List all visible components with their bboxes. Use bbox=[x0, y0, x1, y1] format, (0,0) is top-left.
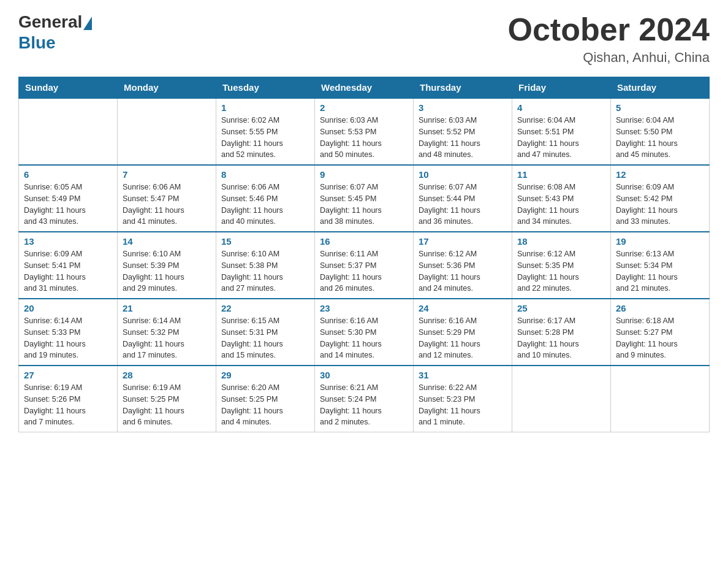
day-number: 16 bbox=[320, 236, 408, 247]
day-number: 8 bbox=[221, 169, 309, 180]
col-tuesday: Tuesday bbox=[216, 77, 315, 99]
calendar-cell: 1Sunrise: 6:02 AMSunset: 5:55 PMDaylight… bbox=[216, 98, 315, 165]
calendar-cell bbox=[118, 98, 216, 165]
col-sunday: Sunday bbox=[19, 77, 118, 99]
day-number: 3 bbox=[419, 102, 507, 113]
day-number: 22 bbox=[221, 303, 309, 313]
col-friday: Friday bbox=[512, 77, 611, 99]
day-number: 4 bbox=[517, 102, 605, 113]
day-info: Sunrise: 6:09 AMSunset: 5:42 PMDaylight:… bbox=[616, 182, 704, 228]
day-info: Sunrise: 6:10 AMSunset: 5:38 PMDaylight:… bbox=[221, 248, 309, 294]
calendar-cell: 7Sunrise: 6:06 AMSunset: 5:47 PMDaylight… bbox=[118, 165, 216, 232]
page-title: October 2024 bbox=[508, 12, 710, 47]
calendar-cell: 4Sunrise: 6:04 AMSunset: 5:51 PMDaylight… bbox=[512, 98, 611, 165]
day-number: 30 bbox=[320, 370, 408, 380]
title-block: October 2024 Qishan, Anhui, China bbox=[508, 12, 710, 66]
week-row-2: 6Sunrise: 6:05 AMSunset: 5:49 PMDaylight… bbox=[19, 165, 710, 232]
day-number: 29 bbox=[221, 370, 309, 380]
logo-blue-text: Blue bbox=[18, 33, 56, 53]
calendar-cell: 6Sunrise: 6:05 AMSunset: 5:49 PMDaylight… bbox=[19, 165, 118, 232]
day-info: Sunrise: 6:19 AMSunset: 5:26 PMDaylight:… bbox=[24, 382, 112, 428]
day-info: Sunrise: 6:12 AMSunset: 5:36 PMDaylight:… bbox=[419, 248, 507, 294]
calendar-cell bbox=[512, 366, 611, 432]
day-info: Sunrise: 6:16 AMSunset: 5:30 PMDaylight:… bbox=[320, 315, 408, 361]
day-info: Sunrise: 6:07 AMSunset: 5:45 PMDaylight:… bbox=[320, 182, 408, 228]
day-number: 6 bbox=[24, 169, 112, 180]
day-info: Sunrise: 6:07 AMSunset: 5:44 PMDaylight:… bbox=[419, 182, 507, 228]
week-row-4: 20Sunrise: 6:14 AMSunset: 5:33 PMDayligh… bbox=[19, 299, 710, 366]
day-number: 14 bbox=[123, 236, 211, 247]
day-info: Sunrise: 6:03 AMSunset: 5:53 PMDaylight:… bbox=[320, 115, 408, 161]
week-row-1: 1Sunrise: 6:02 AMSunset: 5:55 PMDaylight… bbox=[19, 98, 710, 165]
col-saturday: Saturday bbox=[611, 77, 710, 99]
day-info: Sunrise: 6:06 AMSunset: 5:46 PMDaylight:… bbox=[221, 182, 309, 228]
calendar-cell: 29Sunrise: 6:20 AMSunset: 5:25 PMDayligh… bbox=[216, 366, 315, 432]
calendar-cell: 26Sunrise: 6:18 AMSunset: 5:27 PMDayligh… bbox=[611, 299, 710, 366]
col-monday: Monday bbox=[118, 77, 216, 99]
day-number: 23 bbox=[320, 303, 408, 313]
day-info: Sunrise: 6:21 AMSunset: 5:24 PMDaylight:… bbox=[320, 382, 408, 428]
day-number: 11 bbox=[517, 169, 605, 180]
day-info: Sunrise: 6:09 AMSunset: 5:41 PMDaylight:… bbox=[24, 248, 112, 294]
day-number: 20 bbox=[24, 303, 112, 313]
col-wednesday: Wednesday bbox=[315, 77, 414, 99]
day-number: 5 bbox=[616, 102, 704, 113]
day-info: Sunrise: 6:13 AMSunset: 5:34 PMDaylight:… bbox=[616, 248, 704, 294]
calendar-cell: 18Sunrise: 6:12 AMSunset: 5:35 PMDayligh… bbox=[512, 232, 611, 299]
calendar-cell: 16Sunrise: 6:11 AMSunset: 5:37 PMDayligh… bbox=[315, 232, 414, 299]
day-number: 12 bbox=[616, 169, 704, 180]
calendar-cell: 31Sunrise: 6:22 AMSunset: 5:23 PMDayligh… bbox=[414, 366, 512, 432]
calendar-cell bbox=[611, 366, 710, 432]
day-info: Sunrise: 6:15 AMSunset: 5:31 PMDaylight:… bbox=[221, 315, 309, 361]
day-number: 18 bbox=[517, 236, 605, 247]
calendar-cell: 21Sunrise: 6:14 AMSunset: 5:32 PMDayligh… bbox=[118, 299, 216, 366]
day-number: 24 bbox=[419, 303, 507, 313]
day-info: Sunrise: 6:05 AMSunset: 5:49 PMDaylight:… bbox=[24, 182, 112, 228]
day-info: Sunrise: 6:17 AMSunset: 5:28 PMDaylight:… bbox=[517, 315, 605, 361]
calendar-cell: 25Sunrise: 6:17 AMSunset: 5:28 PMDayligh… bbox=[512, 299, 611, 366]
day-info: Sunrise: 6:16 AMSunset: 5:29 PMDaylight:… bbox=[419, 315, 507, 361]
calendar-cell: 11Sunrise: 6:08 AMSunset: 5:43 PMDayligh… bbox=[512, 165, 611, 232]
day-number: 7 bbox=[123, 169, 211, 180]
logo: General Blue bbox=[18, 12, 92, 53]
calendar-cell: 10Sunrise: 6:07 AMSunset: 5:44 PMDayligh… bbox=[414, 165, 512, 232]
calendar-header-row: Sunday Monday Tuesday Wednesday Thursday… bbox=[19, 77, 710, 99]
day-info: Sunrise: 6:08 AMSunset: 5:43 PMDaylight:… bbox=[517, 182, 605, 228]
day-info: Sunrise: 6:03 AMSunset: 5:52 PMDaylight:… bbox=[419, 115, 507, 161]
calendar-table: Sunday Monday Tuesday Wednesday Thursday… bbox=[18, 77, 710, 432]
day-number: 21 bbox=[123, 303, 211, 313]
calendar-cell: 8Sunrise: 6:06 AMSunset: 5:46 PMDaylight… bbox=[216, 165, 315, 232]
day-info: Sunrise: 6:19 AMSunset: 5:25 PMDaylight:… bbox=[123, 382, 211, 428]
page-subtitle: Qishan, Anhui, China bbox=[508, 50, 710, 66]
calendar-cell: 23Sunrise: 6:16 AMSunset: 5:30 PMDayligh… bbox=[315, 299, 414, 366]
calendar-cell: 15Sunrise: 6:10 AMSunset: 5:38 PMDayligh… bbox=[216, 232, 315, 299]
logo-general-text: General bbox=[18, 12, 82, 32]
day-number: 25 bbox=[517, 303, 605, 313]
day-info: Sunrise: 6:12 AMSunset: 5:35 PMDaylight:… bbox=[517, 248, 605, 294]
day-number: 1 bbox=[221, 102, 309, 113]
day-number: 13 bbox=[24, 236, 112, 247]
calendar-cell: 13Sunrise: 6:09 AMSunset: 5:41 PMDayligh… bbox=[19, 232, 118, 299]
calendar-cell: 19Sunrise: 6:13 AMSunset: 5:34 PMDayligh… bbox=[611, 232, 710, 299]
calendar-cell: 12Sunrise: 6:09 AMSunset: 5:42 PMDayligh… bbox=[611, 165, 710, 232]
day-info: Sunrise: 6:10 AMSunset: 5:39 PMDaylight:… bbox=[123, 248, 211, 294]
logo-triangle-icon bbox=[83, 17, 92, 30]
calendar-cell: 17Sunrise: 6:12 AMSunset: 5:36 PMDayligh… bbox=[414, 232, 512, 299]
calendar-cell: 2Sunrise: 6:03 AMSunset: 5:53 PMDaylight… bbox=[315, 98, 414, 165]
day-number: 10 bbox=[419, 169, 507, 180]
week-row-5: 27Sunrise: 6:19 AMSunset: 5:26 PMDayligh… bbox=[19, 366, 710, 432]
day-number: 15 bbox=[221, 236, 309, 247]
day-info: Sunrise: 6:02 AMSunset: 5:55 PMDaylight:… bbox=[221, 115, 309, 161]
calendar-cell: 14Sunrise: 6:10 AMSunset: 5:39 PMDayligh… bbox=[118, 232, 216, 299]
day-info: Sunrise: 6:04 AMSunset: 5:51 PMDaylight:… bbox=[517, 115, 605, 161]
calendar-cell: 30Sunrise: 6:21 AMSunset: 5:24 PMDayligh… bbox=[315, 366, 414, 432]
calendar-cell: 22Sunrise: 6:15 AMSunset: 5:31 PMDayligh… bbox=[216, 299, 315, 366]
calendar-cell: 5Sunrise: 6:04 AMSunset: 5:50 PMDaylight… bbox=[611, 98, 710, 165]
day-info: Sunrise: 6:06 AMSunset: 5:47 PMDaylight:… bbox=[123, 182, 211, 228]
day-info: Sunrise: 6:14 AMSunset: 5:33 PMDaylight:… bbox=[24, 315, 112, 361]
day-info: Sunrise: 6:18 AMSunset: 5:27 PMDaylight:… bbox=[616, 315, 704, 361]
page-header: General Blue October 2024 Qishan, Anhui,… bbox=[18, 12, 710, 66]
day-number: 2 bbox=[320, 102, 408, 113]
day-number: 26 bbox=[616, 303, 704, 313]
day-number: 17 bbox=[419, 236, 507, 247]
